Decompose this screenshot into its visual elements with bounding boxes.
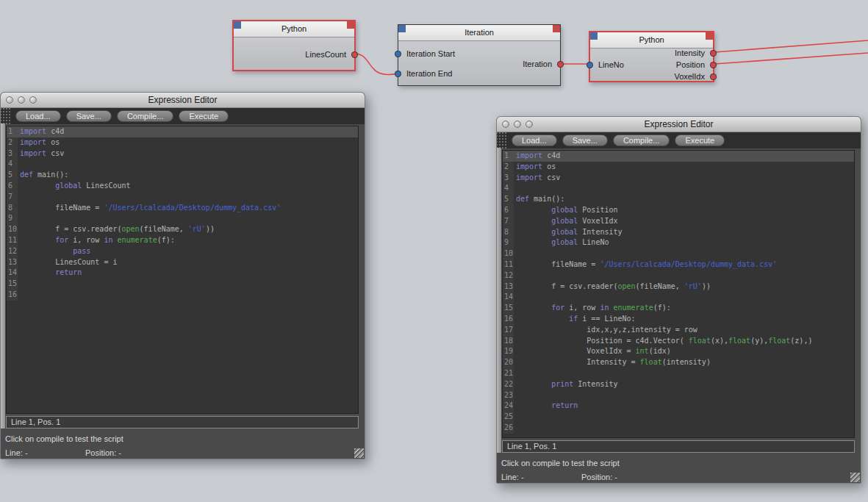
- code-line: 26: [503, 423, 854, 434]
- line-number: 21: [503, 368, 514, 379]
- code-line: 9 global LineNo: [503, 237, 854, 248]
- port-label: LinesCount: [305, 50, 346, 59]
- line-number: 4: [7, 159, 18, 170]
- code-editor-area[interactable]: 1import c4d2import os3import csv45def ma…: [6, 126, 359, 414]
- code-editor-area[interactable]: 1import c4d2import os3import csv45def ma…: [502, 150, 855, 438]
- code-line: 15 for i, row in enumerate(f):: [503, 303, 854, 314]
- code-token: in: [600, 304, 609, 312]
- line-number: 25: [503, 412, 514, 423]
- input-port-iteration-start[interactable]: [395, 51, 401, 57]
- code-token: (idx): [649, 347, 671, 355]
- output-port-position[interactable]: [710, 62, 717, 68]
- code-text: [514, 423, 516, 434]
- code-token: 'rU': [188, 225, 206, 233]
- code-token: f = csv.reader(: [20, 225, 121, 233]
- code-token: [516, 380, 551, 388]
- code-token: float: [640, 358, 662, 366]
- code-line: 17 idx,x,y,z,intensity = row: [503, 325, 854, 336]
- code-line: 1import c4d: [7, 126, 358, 137]
- node-title: Python: [234, 21, 354, 37]
- resize-grip[interactable]: [850, 473, 860, 482]
- code-token: (fileName,: [636, 282, 684, 290]
- code-token: for: [55, 236, 68, 244]
- save-button[interactable]: Save...: [66, 110, 112, 122]
- compile-button[interactable]: Compile...: [613, 135, 670, 146]
- node-python-right[interactable]: PythonLineNoIntensityPositionVoxelIdx: [589, 31, 714, 82]
- code-token: float: [768, 337, 790, 345]
- node-iteration[interactable]: IterationIteration StartIteration EndIte…: [398, 24, 561, 86]
- line-number: 11: [503, 259, 514, 270]
- node-title: Python: [590, 32, 713, 48]
- output-port-iteration[interactable]: [557, 61, 564, 68]
- node-header[interactable]: Iteration: [398, 25, 560, 41]
- code-token: csv: [542, 173, 560, 182]
- node-header[interactable]: Python: [590, 32, 713, 49]
- code-text: [18, 213, 20, 224]
- window-titlebar[interactable]: Expression Editor: [1, 93, 365, 108]
- resize-grip[interactable]: [354, 448, 364, 458]
- code-token: [516, 206, 551, 214]
- code-text: for i, row in enumerate(f):: [514, 303, 671, 314]
- code-token: os: [542, 162, 556, 171]
- code-token: [20, 182, 55, 190]
- code-line: 10 f = csv.reader(open(fileName, 'rU')): [7, 224, 358, 235]
- code-token: global: [55, 182, 82, 190]
- code-text: [514, 412, 516, 423]
- port-label: Intensity: [675, 49, 705, 57]
- line-number: 18: [503, 336, 514, 347]
- window-left-frame: [1, 123, 5, 429]
- load-button[interactable]: Load...: [512, 135, 557, 146]
- code-line: 16 if i == LineNo:: [503, 314, 854, 325]
- line-number: 15: [503, 303, 514, 314]
- compile-hint: Click on compile to test the script: [501, 459, 620, 467]
- line-number: 1: [503, 151, 514, 162]
- line-number: 12: [503, 270, 514, 282]
- xpresso-canvas[interactable]: PythonLinesCountIterationIteration Start…: [0, 0, 868, 502]
- node-python-left[interactable]: PythonLinesCount: [232, 20, 356, 71]
- line-number: 17: [503, 325, 514, 336]
- code-token: fileName =: [20, 204, 104, 212]
- node-header[interactable]: Python: [234, 21, 354, 37]
- toolbar-grip[interactable]: [1, 108, 10, 124]
- window-titlebar[interactable]: Expression Editor: [497, 117, 861, 132]
- input-port-lineno[interactable]: [587, 62, 593, 68]
- code-token: float: [728, 337, 750, 345]
- code-line: 1import c4d: [503, 151, 854, 162]
- code-token: LineNo: [578, 238, 609, 246]
- code-token: [516, 238, 551, 246]
- load-button[interactable]: Load...: [15, 110, 61, 122]
- code-token: '/Users/lcalcada/Desktop/dummy_data.csv': [104, 204, 281, 212]
- code-token: (fileName,: [140, 225, 188, 233]
- code-line: 11 for i, row in enumerate(f):: [7, 235, 358, 246]
- code-text: print Intensity: [514, 379, 618, 390]
- execute-button[interactable]: Execute: [179, 110, 229, 122]
- code-line: 24 return: [503, 401, 854, 412]
- output-port-voxelidx[interactable]: [710, 73, 717, 80]
- input-port-iteration-end[interactable]: [395, 71, 401, 77]
- line-number: 7: [7, 192, 18, 203]
- toolbar-grip[interactable]: [497, 132, 506, 148]
- code-line: 12: [503, 270, 854, 282]
- output-port-intensity[interactable]: [710, 50, 717, 57]
- code-token: global: [551, 238, 578, 246]
- code-token: [20, 247, 73, 255]
- line-number: 16: [503, 314, 514, 325]
- line-number: 23: [503, 390, 514, 401]
- execute-button[interactable]: Execute: [675, 135, 725, 146]
- save-button[interactable]: Save...: [562, 135, 608, 146]
- output-port-linescount[interactable]: [351, 51, 358, 58]
- code-text: import c4d: [18, 126, 64, 137]
- code-token: (y),: [750, 337, 768, 345]
- port-label: Position: [676, 60, 705, 69]
- line-number: 26: [503, 423, 514, 434]
- code-token: idx,x,y,z,intensity = row: [516, 326, 697, 334]
- code-token: i == LineNo:: [578, 315, 635, 323]
- compile-button[interactable]: Compile...: [117, 110, 174, 122]
- code-line: 9: [7, 213, 358, 224]
- code-line: 19 VoxelIdx = int(idx): [503, 346, 854, 357]
- code-token: [516, 217, 551, 225]
- code-token: (f):: [157, 236, 175, 244]
- line-number: 2: [503, 162, 514, 173]
- code-text: [18, 290, 20, 301]
- code-token: VoxelIdx: [578, 217, 617, 225]
